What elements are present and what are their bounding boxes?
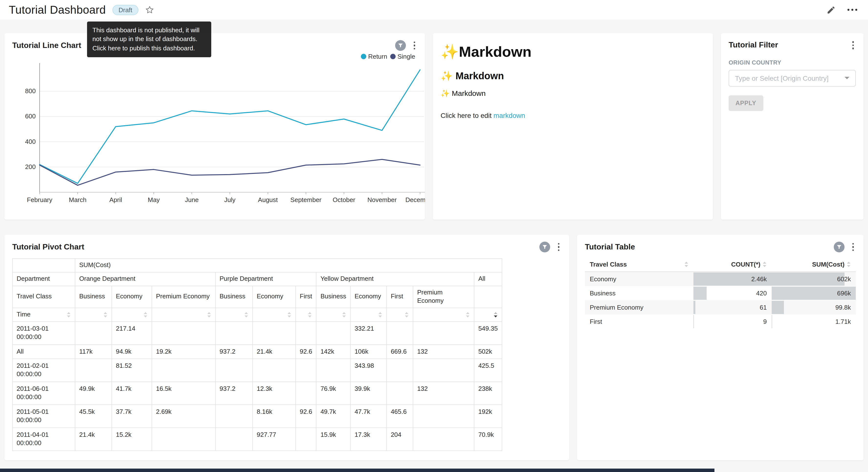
line-chart-svg[interactable]: 200400600800FebruaryMarchAprilMayJuneJul…: [12, 61, 425, 208]
filter-card: Tutorial Filter ORIGIN COUNTRY Type or S…: [721, 33, 864, 219]
sort-icon[interactable]: [244, 312, 248, 318]
pivot-value-cell: [386, 382, 413, 405]
pivot-value-cell: 238k: [474, 382, 502, 405]
filter-indicator-icon[interactable]: [539, 242, 550, 253]
edit-icon[interactable]: [827, 5, 836, 14]
cell-value: 99.8k: [835, 303, 851, 311]
origin-country-label: ORIGIN COUNTRY: [728, 59, 856, 66]
kebab-menu-icon[interactable]: [850, 40, 856, 50]
sort-icon[interactable]: [308, 312, 312, 318]
pivot-sort-cell: [112, 308, 152, 322]
pivot-corner-cell: [12, 259, 75, 272]
kebab-menu-icon[interactable]: [850, 242, 856, 252]
pivot-data-row: 2011-02-01 00:00:0081.52343.98425.5: [12, 359, 502, 382]
sort-icon[interactable]: [404, 312, 409, 318]
pivot-value-cell: [413, 428, 474, 451]
kebab-menu-icon[interactable]: [411, 40, 417, 51]
pivot-value-cell: [75, 322, 112, 345]
sort-icon[interactable]: [378, 312, 382, 318]
filter-indicator-icon[interactable]: [834, 242, 844, 253]
favorite-star-icon[interactable]: [145, 5, 154, 14]
pivot-measure-cell: SUM(Cost): [75, 259, 502, 272]
markdown-h1: ✨Markdown: [441, 43, 705, 60]
sum-cost-cell: 696k: [772, 286, 856, 300]
pivot-data-row: 2011-04-01 00:00:0021.4k15.2k927.7715.9k…: [12, 428, 502, 451]
pivot-value-cell: [215, 405, 253, 428]
column-label: Travel Class: [590, 261, 627, 268]
pivot-value-cell: 47.7k: [350, 405, 386, 428]
legend-item-return[interactable]: Return: [361, 53, 387, 60]
publish-tooltip[interactable]: This dashboard is not published, it will…: [87, 22, 211, 57]
pivot-value-cell: [152, 428, 215, 451]
sort-icon[interactable]: [342, 312, 346, 318]
pivot-value-cell: 937.2: [215, 382, 253, 405]
travel-class-cell: Business: [585, 286, 693, 300]
pivot-value-cell: [386, 359, 413, 382]
line-chart[interactable]: 200400600800FebruaryMarchAprilMayJuneJul…: [12, 61, 425, 208]
chevron-down-icon: [844, 77, 849, 79]
kebab-menu-icon[interactable]: [556, 242, 561, 252]
column-header-count[interactable]: COUNT(*): [693, 257, 772, 272]
sort-icon[interactable]: [287, 312, 291, 318]
column-header-sum-cost[interactable]: SUM(Cost): [772, 257, 856, 272]
pivot-class-cell: First: [296, 286, 316, 308]
pivot-sort-cell: [253, 308, 296, 322]
pivot-data-row: 2011-06-01 00:00:0049.9k41.7k16.5k937.21…: [12, 382, 502, 405]
sort-icon[interactable]: [466, 312, 470, 318]
sort-icon[interactable]: [207, 312, 211, 318]
more-menu-icon[interactable]: [847, 9, 857, 11]
pivot-value-cell: [413, 359, 474, 382]
pivot-value-cell: 21.4k: [253, 344, 296, 359]
pivot-value-cell: 76.9k: [316, 382, 351, 405]
origin-country-select[interactable]: Type or Select [Origin Country]: [728, 70, 856, 86]
count-cell: 420: [693, 286, 772, 300]
pivot-value-cell: [316, 359, 351, 382]
svg-text:February: February: [27, 196, 52, 204]
sort-icon[interactable]: [846, 261, 851, 268]
sort-icon[interactable]: [66, 312, 71, 318]
pivot-department-cell: Orange Department: [75, 272, 215, 286]
count-cell: 9: [693, 314, 772, 328]
sort-icon[interactable]: [763, 261, 767, 268]
pivot-value-cell: [215, 359, 253, 382]
sort-icon[interactable]: [143, 312, 148, 318]
legend-item-single[interactable]: Single: [390, 53, 415, 60]
table-row: Economy2.46k602k: [585, 272, 856, 286]
pivot-class-cell: [474, 286, 502, 308]
cell-value: 420: [756, 289, 767, 297]
bottom-edge-bar: [0, 469, 714, 472]
filter-indicator-icon[interactable]: [395, 40, 406, 51]
apply-button[interactable]: APPLY: [728, 95, 763, 111]
sort-desc-active-icon[interactable]: [493, 312, 498, 318]
sort-icon[interactable]: [684, 261, 688, 268]
cell-value: 2.46k: [751, 275, 767, 283]
draft-badge[interactable]: Draft: [113, 5, 138, 15]
pivot-time-value-cell: 2011-03-01 00:00:00: [12, 322, 75, 345]
sum-cost-cell: 1.71k: [772, 314, 856, 328]
pivot-value-cell: 927.77: [253, 428, 296, 451]
svg-text:December: December: [405, 196, 425, 204]
pivot-value-cell: [253, 322, 296, 345]
count-cell: 61: [693, 300, 772, 314]
pivot-value-cell: [296, 382, 316, 405]
pivot-department-row: DepartmentOrange DepartmentPurple Depart…: [12, 272, 502, 286]
markdown-edit-link[interactable]: markdown: [493, 112, 525, 119]
pivot-time-value-cell: All: [12, 344, 75, 359]
pivot-chart-card: Tutorial Pivot Chart SUM(Cost)Department…: [4, 235, 569, 460]
pivot-value-cell: 37.7k: [112, 405, 152, 428]
column-header-travel-class[interactable]: Travel Class: [585, 257, 693, 272]
svg-text:June: June: [185, 196, 198, 204]
pivot-value-cell: [413, 322, 474, 345]
sort-icon[interactable]: [103, 312, 107, 318]
pivot-class-cell: Economy: [350, 286, 386, 308]
travel-class-cell: First: [585, 314, 693, 328]
pivot-value-cell: 19.2k: [152, 344, 215, 359]
count-cell: 2.46k: [693, 272, 772, 286]
pivot-value-cell: 204: [386, 428, 413, 451]
pivot-time-value-cell: 2011-06-01 00:00:00: [12, 382, 75, 405]
svg-text:April: April: [109, 196, 122, 204]
pivot-class-row: Travel ClassBusinessEconomyPremium Econo…: [12, 286, 502, 308]
line-chart-card: Tutorial Line Chart ReturnSingle 2004006…: [4, 33, 425, 219]
card-title: Tutorial Pivot Chart: [12, 243, 84, 252]
pivot-value-cell: 117k: [75, 344, 112, 359]
